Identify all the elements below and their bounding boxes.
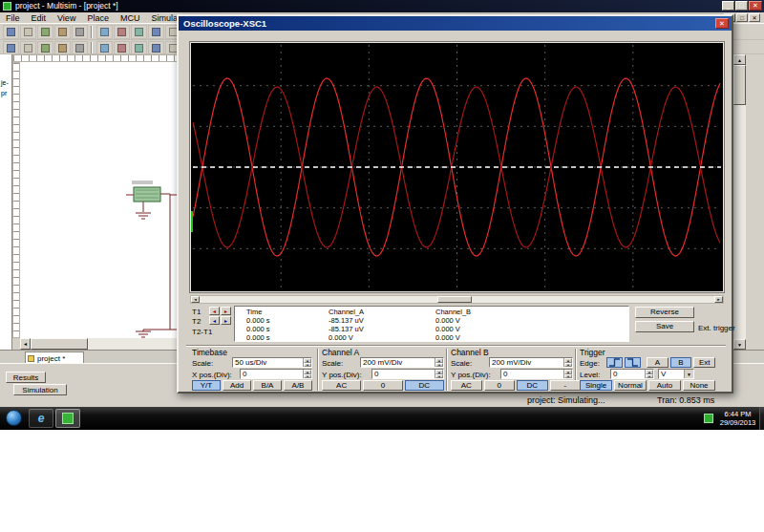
spin-down-icon[interactable]: ▼	[435, 363, 443, 368]
trigger-source-ext-button[interactable]: Ext	[693, 357, 715, 368]
timebase-yt-button[interactable]: Y/T	[192, 380, 221, 391]
channel-a-scale-field[interactable]: 200 mV/Div ▲▼	[360, 357, 444, 368]
show-desktop-button[interactable]	[759, 407, 764, 430]
timebase-ab-button[interactable]: A/B	[284, 380, 312, 391]
taskbar-clock[interactable]: 6:44 PM 29/09/2013	[716, 410, 759, 427]
spinner[interactable]: ▲▼	[645, 370, 653, 378]
ttl-group-icon[interactable]	[96, 41, 113, 54]
trigger-mode-none-button[interactable]: None	[683, 380, 715, 391]
spinner[interactable]: ▲▼	[303, 358, 311, 367]
scope-scrollbar-thumb[interactable]	[437, 296, 472, 303]
channel-b--button[interactable]: -	[550, 380, 582, 391]
channel-b-0-button[interactable]: 0	[484, 380, 516, 391]
trigger-mode-auto-button[interactable]: Auto	[648, 380, 681, 391]
scroll-left-button[interactable]: ◄	[20, 338, 31, 350]
timebase-ba-button[interactable]: B/A	[253, 380, 282, 391]
spin-down-icon[interactable]: ▼	[435, 374, 443, 379]
spinner[interactable]: ▲▼	[435, 358, 443, 367]
scope-title-bar[interactable]: Oscilloscope-XSC1 ✕	[179, 16, 732, 31]
cursor-t2-right-button[interactable]: ►	[221, 316, 231, 325]
menu-edit[interactable]: Edit	[26, 12, 53, 24]
timebase-xpos-field[interactable]: 0 ▲▼	[240, 369, 312, 379]
app-close-button[interactable]: ✕	[749, 1, 762, 11]
scrollbar-thumb[interactable]	[31, 338, 88, 350]
mdi-restore-button[interactable]: □	[736, 13, 748, 22]
basic-group-icon[interactable]	[20, 41, 36, 54]
channel-a-dc-button[interactable]: DC	[405, 380, 444, 391]
trigger-edge-rising-button[interactable]	[606, 357, 623, 368]
trigger-edge-falling-button[interactable]	[625, 357, 641, 368]
paste-icon[interactable]	[131, 25, 147, 39]
save-icon[interactable]	[37, 25, 53, 39]
channel-b-dc-button[interactable]: DC	[517, 380, 548, 391]
channel-marker-green[interactable]	[191, 211, 193, 232]
copy-icon[interactable]	[114, 25, 130, 39]
transistor-group-icon[interactable]	[54, 41, 71, 54]
trigger-source-b-button[interactable]: B	[670, 357, 692, 368]
tab-simulation[interactable]: Simulation	[13, 384, 67, 395]
source-group-icon[interactable]	[3, 41, 19, 54]
print-icon[interactable]	[54, 25, 71, 39]
scope-scroll-right-button[interactable]: ►	[714, 296, 723, 303]
indicator-group-icon[interactable]	[148, 41, 164, 54]
cursor-t2-left-button[interactable]: ◄	[209, 316, 220, 325]
taskbar-multisim-button[interactable]	[55, 409, 80, 428]
spin-down-icon[interactable]: ▼	[564, 374, 572, 379]
channel-b-ac-button[interactable]: AC	[451, 380, 482, 391]
design-toolbox-panel[interactable]: je- pr	[0, 54, 12, 350]
scope-close-button[interactable]: ✕	[715, 18, 729, 29]
diode-group-icon[interactable]	[37, 41, 53, 54]
spinner[interactable]: ▲▼	[303, 370, 311, 378]
trigger-mode-single-button[interactable]: Single	[580, 380, 612, 391]
channel-a-0-button[interactable]: 0	[363, 380, 402, 391]
cut-icon[interactable]	[96, 25, 113, 39]
trigger-unit-dropdown[interactable]: V ▼	[658, 369, 694, 379]
app-title-bar[interactable]: project - Multisim - [project *] _ □ ✕	[0, 0, 764, 12]
spin-down-icon[interactable]: ▼	[564, 363, 572, 368]
scope-scroll-left-button[interactable]: ◄	[191, 296, 200, 303]
start-button[interactable]	[6, 410, 22, 426]
print-preview-icon[interactable]	[72, 25, 88, 39]
spin-down-icon[interactable]: ▼	[304, 363, 311, 368]
tray-multisim-icon[interactable]	[704, 414, 713, 423]
menu-view[interactable]: View	[52, 12, 81, 24]
spinner[interactable]: ▲▼	[563, 358, 572, 367]
spin-down-icon[interactable]: ▼	[304, 374, 311, 379]
channel-a-ac-button[interactable]: AC	[322, 380, 361, 391]
open-file-icon[interactable]	[20, 25, 36, 39]
tab-results[interactable]: Results	[6, 372, 46, 383]
cursor-t1-right-button[interactable]: ►	[221, 307, 231, 315]
new-file-icon[interactable]	[3, 25, 19, 39]
app-maximize-button[interactable]: □	[735, 1, 748, 11]
menu-file[interactable]: File	[0, 12, 26, 24]
mdi-close-button[interactable]: ✕	[749, 13, 760, 22]
trigger-unit-value: V	[661, 370, 666, 378]
vertical-scrollbar[interactable]: ▲ ▼	[733, 54, 746, 350]
trigger-level-field[interactable]: 0 ▲▼	[610, 369, 654, 379]
menu-mcu[interactable]: MCU	[115, 12, 146, 24]
cursor-t1-left-button[interactable]: ◄	[209, 307, 220, 315]
trigger-mode-normal-button[interactable]: Normal	[614, 380, 647, 391]
undo-icon[interactable]	[148, 25, 164, 39]
scroll-up-button[interactable]: ▲	[733, 54, 746, 65]
spinner[interactable]: ▲▼	[563, 370, 572, 378]
timebase-add-button[interactable]: Add	[223, 380, 251, 391]
scrollbar-thumb[interactable]	[733, 65, 746, 105]
reverse-button[interactable]: Reverse	[635, 307, 694, 318]
app-minimize-button[interactable]: _	[722, 1, 734, 11]
misc-group-icon[interactable]	[131, 41, 147, 54]
trigger-source-a-button[interactable]: A	[647, 357, 668, 368]
scope-scrollbar[interactable]: ◄ ►	[190, 295, 724, 304]
analog-group-icon[interactable]	[72, 41, 88, 54]
channel-b-scale-field[interactable]: 200 mV/Div ▲▼	[489, 357, 573, 368]
menu-place[interactable]: Place	[81, 12, 115, 24]
cmos-group-icon[interactable]	[114, 41, 130, 54]
spin-down-icon[interactable]: ▼	[646, 374, 653, 379]
timebase-scale-field[interactable]: 50 us/Div ▲▼	[232, 357, 312, 368]
spinner[interactable]: ▲▼	[435, 370, 443, 378]
taskbar-app-button[interactable]: e	[29, 409, 53, 428]
channel-b-ypos-field[interactable]: 0 ▲▼	[500, 369, 573, 379]
scroll-down-button[interactable]: ▼	[733, 339, 746, 350]
channel-a-ypos-field[interactable]: 0 ▲▼	[371, 369, 444, 379]
save-button[interactable]: Save	[635, 321, 694, 332]
